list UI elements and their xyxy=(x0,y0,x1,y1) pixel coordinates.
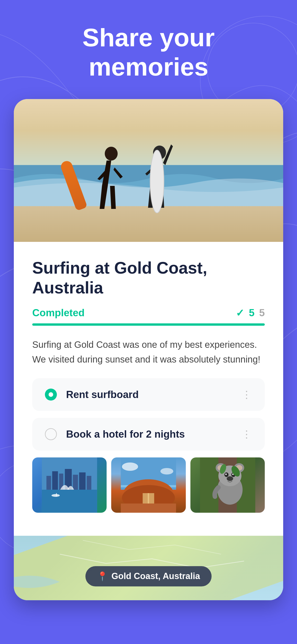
task-label: Book a hotel for 2 nights xyxy=(66,428,232,440)
card-hero-image xyxy=(14,99,283,242)
card-description: Surfing at Gold Coast was one of my best… xyxy=(32,337,265,367)
status-counts: ✓ 5 5 xyxy=(236,307,265,319)
svg-rect-24 xyxy=(121,504,176,513)
svg-point-26 xyxy=(160,468,173,474)
check-inner xyxy=(48,392,53,397)
status-completed-label: Completed xyxy=(32,307,84,318)
svg-point-6 xyxy=(150,150,164,213)
photo-sydney[interactable] xyxy=(32,458,106,513)
svg-point-25 xyxy=(122,462,138,471)
svg-point-4 xyxy=(105,147,118,160)
photo-koala[interactable] xyxy=(190,458,265,513)
progress-bar xyxy=(32,324,265,326)
map-container: 📍 Gold Coast, Australia xyxy=(14,536,283,600)
svg-point-39 xyxy=(226,476,233,481)
title-line2: memories xyxy=(18,52,278,82)
check-icon: ✓ xyxy=(236,307,244,319)
svg-rect-15 xyxy=(87,476,92,490)
location-name: Gold Coast, Australia xyxy=(112,571,200,581)
task-incomplete-icon xyxy=(45,428,57,440)
surfer-silhouettes xyxy=(81,140,196,220)
svg-rect-9 xyxy=(46,476,51,490)
svg-rect-17 xyxy=(56,493,57,496)
tasks-total-count: 5 xyxy=(259,307,265,318)
task-completed-icon xyxy=(45,388,57,400)
status-row: Completed ✓ 5 5 xyxy=(32,307,265,319)
task-menu-icon[interactable]: ⋮ xyxy=(242,388,252,400)
title-line1: Share your xyxy=(18,23,278,52)
map-section: 📍 Gold Coast, Australia xyxy=(14,536,283,600)
location-badge: 📍 Gold Coast, Australia xyxy=(86,566,212,586)
task-item[interactable]: Rent surfboard ⋮ xyxy=(32,378,265,411)
progress-bar-fill xyxy=(32,324,265,326)
photo-outback[interactable] xyxy=(111,458,186,513)
surfboard-white xyxy=(143,147,171,216)
location-pin-icon: 📍 xyxy=(97,571,108,581)
card-title: Surfing at Gold Coast, Australia xyxy=(32,258,265,298)
svg-rect-10 xyxy=(52,471,58,490)
svg-point-37 xyxy=(225,474,226,475)
svg-rect-8 xyxy=(42,490,97,513)
svg-rect-14 xyxy=(79,472,86,490)
svg-rect-13 xyxy=(73,475,78,490)
card-content: Surfing at Gold Coast, Australia Complet… xyxy=(14,242,283,536)
task-menu-icon[interactable]: ⋮ xyxy=(242,428,252,440)
tasks-done-count: 5 xyxy=(249,307,254,318)
photos-row xyxy=(32,458,265,520)
page-title: Share your memories xyxy=(0,23,297,81)
task-label: Rent surfboard xyxy=(66,389,232,400)
background: Share your memories xyxy=(0,0,297,644)
main-card: Surfing at Gold Coast, Australia Complet… xyxy=(14,99,283,600)
svg-point-16 xyxy=(52,494,60,497)
task-item[interactable]: Book a hotel for 2 nights ⋮ xyxy=(32,418,265,450)
